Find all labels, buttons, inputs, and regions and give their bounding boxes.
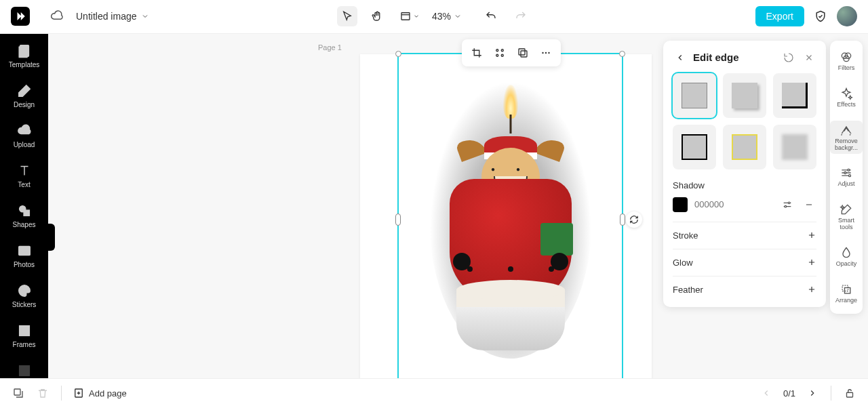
sidebar-item-text[interactable]: Text — [0, 163, 48, 188]
zoom-value: 43% — [432, 11, 451, 22]
selection-box[interactable] — [397, 53, 623, 378]
more-button[interactable] — [536, 43, 555, 62]
sidebar-item-shapes[interactable]: Shapes — [0, 203, 48, 228]
top-right-tools: Export — [755, 6, 857, 26]
svg-point-13 — [501, 54, 503, 56]
feather-section[interactable]: Feather — [673, 276, 816, 303]
svg-rect-8 — [22, 328, 26, 333]
resize-handle[interactable] — [395, 51, 401, 57]
sidebar-item-more[interactable] — [0, 363, 48, 378]
svg-point-24 — [848, 169, 850, 171]
sidebar-item-label: Text — [18, 181, 30, 188]
sidebar-item-upload[interactable]: Upload — [0, 123, 48, 148]
edge-style-option[interactable] — [673, 73, 716, 118]
shield-icon[interactable] — [814, 9, 827, 23]
resize-handle[interactable] — [395, 213, 401, 226]
sidebar-item-label: Templates — [9, 61, 40, 68]
edge-style-grid — [673, 73, 816, 169]
edge-style-option[interactable] — [773, 73, 816, 118]
reset-button[interactable] — [781, 50, 796, 65]
app-logo[interactable] — [11, 7, 30, 26]
crop-button[interactable] — [467, 43, 486, 62]
sidebar-item-label: Photos — [14, 261, 35, 268]
svg-rect-15 — [519, 49, 525, 55]
panel-title: Edit edge — [693, 52, 739, 63]
add-page-button[interactable]: Add page — [73, 387, 127, 399]
right-rail-opacity[interactable]: Opacity — [830, 243, 863, 270]
canvas-image[interactable] — [429, 81, 592, 359]
svg-point-11 — [501, 49, 503, 52]
sidebar-expander[interactable] — [48, 224, 55, 251]
svg-rect-27 — [842, 285, 848, 291]
svg-point-20 — [785, 205, 787, 207]
right-rail-arrange[interactable]: Arrange — [830, 280, 863, 307]
layers-button[interactable] — [11, 386, 26, 401]
page-label: Page 1 — [318, 43, 342, 52]
resize-handle[interactable] — [620, 213, 625, 226]
right-rail-filters[interactable]: Filters — [830, 47, 863, 75]
sidebar-item-label: Shapes — [13, 221, 36, 228]
lock-button[interactable] — [842, 386, 857, 401]
svg-point-17 — [545, 52, 547, 54]
edge-style-option[interactable] — [723, 73, 766, 118]
sidebar-item-label: Design — [14, 101, 35, 108]
svg-point-16 — [542, 52, 543, 54]
chevron-down-icon — [413, 13, 420, 20]
left-sidebar: Templates Design Upload Text Shapes Phot… — [0, 34, 48, 378]
right-rail: Filters Effects Remove backgr... Adjust … — [830, 41, 863, 314]
right-rail-smart-tools[interactable]: Smart tools — [830, 200, 863, 234]
stroke-section[interactable]: Stroke — [673, 222, 816, 249]
next-page-button[interactable] — [805, 386, 820, 401]
plus-icon — [807, 258, 816, 267]
top-bar: Untitled image 43% Export — [0, 0, 868, 34]
sidebar-item-stickers[interactable]: Stickers — [0, 283, 48, 308]
close-button[interactable] — [802, 50, 816, 65]
shadow-color-input[interactable] — [694, 199, 755, 209]
delete-button — [35, 386, 50, 401]
magic-button[interactable] — [490, 43, 509, 62]
canvas[interactable]: Page 1 — [48, 34, 868, 378]
svg-point-25 — [844, 172, 846, 174]
remove-icon[interactable] — [802, 197, 816, 212]
resize-dropdown[interactable] — [397, 6, 422, 26]
settings-icon[interactable] — [780, 197, 795, 212]
avatar[interactable] — [837, 6, 857, 26]
export-button[interactable]: Export — [755, 6, 804, 26]
edge-style-option[interactable] — [673, 125, 716, 169]
right-rail-effects[interactable]: Effects — [830, 84, 863, 111]
sidebar-item-design[interactable]: Design — [0, 83, 48, 108]
svg-point-18 — [548, 52, 549, 54]
edge-style-option[interactable] — [723, 125, 766, 169]
glow-section[interactable]: Glow — [673, 249, 816, 276]
undo-button[interactable] — [481, 6, 501, 26]
sidebar-item-photos[interactable]: Photos — [0, 243, 48, 268]
cloud-icon[interactable] — [50, 9, 64, 23]
zoom-dropdown[interactable]: 43% — [432, 11, 462, 22]
plus-icon — [807, 230, 816, 240]
edit-edge-panel: Edit edge Shadow S — [663, 41, 826, 307]
sidebar-item-frames[interactable]: Frames — [0, 323, 48, 348]
select-tool-button[interactable] — [337, 6, 357, 26]
right-rail-remove-bg[interactable]: Remove backgr... — [830, 121, 863, 155]
svg-rect-28 — [845, 288, 850, 293]
back-button[interactable] — [673, 50, 688, 65]
sidebar-item-templates[interactable]: Templates — [0, 43, 48, 68]
edge-style-option[interactable] — [773, 125, 816, 169]
page-count: 0/1 — [783, 388, 795, 399]
selection-toolbar — [462, 39, 561, 66]
chevron-down-icon — [454, 12, 462, 20]
rotate-handle[interactable] — [626, 211, 642, 228]
shadow-color-swatch[interactable] — [673, 197, 688, 212]
redo-button[interactable] — [511, 6, 531, 26]
main-area: Templates Design Upload Text Shapes Phot… — [0, 34, 868, 378]
svg-rect-9 — [19, 366, 29, 376]
document-title[interactable]: Untitled image — [76, 11, 149, 22]
resize-handle[interactable] — [619, 51, 625, 57]
right-rail-adjust[interactable]: Adjust — [830, 163, 863, 190]
hand-tool-button[interactable] — [367, 6, 387, 26]
chevron-down-icon — [141, 12, 149, 20]
svg-rect-29 — [14, 389, 20, 395]
duplicate-button[interactable] — [513, 43, 532, 62]
svg-point-19 — [788, 202, 790, 204]
sidebar-item-label: Stickers — [12, 301, 37, 308]
